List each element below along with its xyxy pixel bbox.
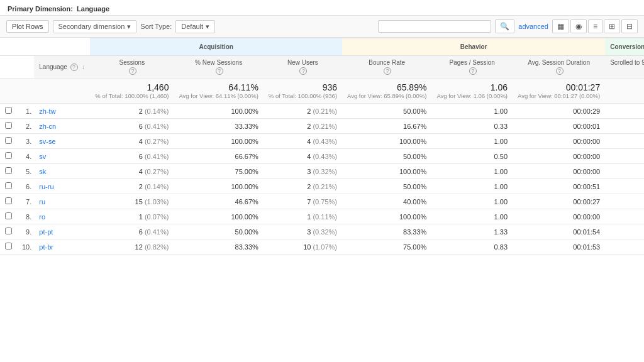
pct-new-sessions-col-header[interactable]: % New Sessions ? xyxy=(174,56,263,79)
row-sessions: 2 (0.14%) xyxy=(90,179,174,194)
chevron-down-icon-2: ▾ xyxy=(206,23,209,31)
search-button[interactable]: 🔍 xyxy=(495,19,514,33)
row-bounce-rate: 100.00% xyxy=(342,134,431,149)
row-bounce-rate: 50.00% xyxy=(342,149,431,164)
new-users-col-header[interactable]: New Users ? xyxy=(264,56,342,79)
row-sessions: 1 (0.07%) xyxy=(90,209,174,224)
row-pct-new-sessions: 83.33% xyxy=(174,239,263,255)
language-link[interactable]: sv-se xyxy=(39,138,55,145)
table-row: 6. ru-ru 2 (0.14%) 100.00% 2 (0.21%) 50.… xyxy=(0,179,644,194)
row-conv-rate: 0.00% xyxy=(605,164,644,179)
bar-view-button[interactable]: ≡ xyxy=(588,19,602,33)
row-language: ru xyxy=(34,194,90,209)
row-new-users: 10 (1.07%) xyxy=(264,239,342,255)
total-language xyxy=(34,79,90,104)
row-pages-per-session: 0.83 xyxy=(431,239,513,255)
language-col-header[interactable]: Language ? ↓ xyxy=(34,56,90,79)
language-link[interactable]: zh-cn xyxy=(39,123,56,130)
row-checkbox[interactable] xyxy=(0,209,17,224)
conv-rate-col-header[interactable]: Scrolled to 90% (Goal 1 Conversion Rate)… xyxy=(605,56,644,79)
row-checkbox[interactable] xyxy=(0,194,17,209)
row-bounce-rate: 50.00% xyxy=(342,179,431,194)
row-bounce-rate: 100.00% xyxy=(342,209,431,224)
row-language: sv xyxy=(34,149,90,164)
row-number: 5. xyxy=(17,164,34,179)
row-language: ro xyxy=(34,209,90,224)
totals-row: 1,460 % of Total: 100.00% (1,460) 64.11%… xyxy=(0,79,644,104)
language-link[interactable]: ru-ru xyxy=(39,183,53,190)
row-checkbox[interactable] xyxy=(0,224,17,239)
advanced-link[interactable]: advanced xyxy=(518,23,548,30)
row-conv-rate: 0.00% xyxy=(605,209,644,224)
language-link[interactable]: pt-pt xyxy=(39,228,53,236)
row-pages-per-session: 1.00 xyxy=(431,164,513,179)
table-row: 8. ro 1 (0.07%) 100.00% 1 (0.11%) 100.00… xyxy=(0,209,644,224)
sort-default-dropdown[interactable]: Default ▾ xyxy=(175,20,215,33)
acquisition-group-header: Acquisition xyxy=(90,38,342,56)
search-input[interactable] xyxy=(378,20,491,33)
row-new-users: 2 (0.21%) xyxy=(264,179,342,194)
row-new-users: 2 (0.21%) xyxy=(264,119,342,134)
row-checkbox[interactable] xyxy=(0,119,17,134)
row-pct-new-sessions: 100.00% xyxy=(174,134,263,149)
checkbox-header xyxy=(0,38,90,56)
row-sessions: 2 (0.14%) xyxy=(90,104,174,119)
pie-view-button[interactable]: ◉ xyxy=(570,19,587,33)
row-number: 1. xyxy=(17,104,34,119)
row-pct-new-sessions: 100.00% xyxy=(174,209,263,224)
row-checkbox[interactable] xyxy=(0,179,17,194)
row-avg-session-duration: 00:00:00 xyxy=(513,134,605,149)
total-new-users: 936 % of Total: 100.00% (936) xyxy=(264,79,342,104)
pivot-view-button[interactable]: ⊞ xyxy=(604,19,620,33)
language-link[interactable]: ru xyxy=(39,198,45,206)
avg-session-duration-col-header[interactable]: Avg. Session Duration ? xyxy=(513,56,605,79)
language-link[interactable]: sk xyxy=(39,168,46,175)
language-link[interactable]: sv xyxy=(39,153,46,160)
toolbar: Plot Rows Secondary dimension ▾ Sort Typ… xyxy=(0,16,644,38)
row-pages-per-session: 1.00 xyxy=(431,179,513,194)
help-icon-language: ? xyxy=(70,63,78,71)
row-avg-session-duration: 00:00:29 xyxy=(513,104,605,119)
row-number: 4. xyxy=(17,149,34,164)
sessions-col-header[interactable]: Sessions ? xyxy=(90,56,174,79)
row-checkbox[interactable] xyxy=(0,239,17,255)
help-icon-pps: ? xyxy=(469,67,477,75)
help-icon-sessions: ? xyxy=(129,67,136,75)
row-avg-session-duration: 00:01:54 xyxy=(513,224,605,239)
row-bounce-rate: 100.00% xyxy=(342,164,431,179)
total-sessions: 1,460 % of Total: 100.00% (1,460) xyxy=(90,79,174,104)
sort-type-label: Sort Type: xyxy=(140,23,172,30)
row-pages-per-session: 1.00 xyxy=(431,134,513,149)
help-icon-br: ? xyxy=(384,67,391,75)
language-link[interactable]: zh-tw xyxy=(39,107,55,115)
row-bounce-rate: 40.00% xyxy=(342,194,431,209)
secondary-dimension-dropdown[interactable]: Secondary dimension ▾ xyxy=(53,20,137,33)
row-checkbox[interactable] xyxy=(0,104,17,119)
table-container: Acquisition Behavior Conversions Goal 1:… xyxy=(0,38,644,255)
language-link[interactable]: pt-br xyxy=(39,243,53,251)
row-new-users: 3 (0.32%) xyxy=(264,164,342,179)
language-link[interactable]: ro xyxy=(39,213,45,221)
custom-view-button[interactable]: ⊟ xyxy=(621,19,638,33)
view-icons: ▦ ◉ ≡ ⊞ ⊟ xyxy=(552,19,638,33)
row-sessions: 12 (0.82%) xyxy=(90,239,174,255)
row-number: 6. xyxy=(17,179,34,194)
table-row: 10. pt-br 12 (0.82%) 83.33% 10 (1.07%) 7… xyxy=(0,239,644,255)
total-pages-per-session: 1.06 Avg for View: 1.06 (0.00%) xyxy=(431,79,513,104)
row-number: 9. xyxy=(17,224,34,239)
pages-per-session-col-header[interactable]: Pages / Session ? xyxy=(431,56,513,79)
row-checkbox[interactable] xyxy=(0,149,17,164)
chevron-down-icon: ▾ xyxy=(127,23,131,31)
grid-view-button[interactable]: ▦ xyxy=(552,19,569,33)
help-icon-pns: ? xyxy=(216,67,223,75)
table-row: 9. pt-pt 6 (0.41%) 50.00% 3 (0.32%) 83.3… xyxy=(0,224,644,239)
plot-rows-button[interactable]: Plot Rows xyxy=(6,20,49,33)
row-conv-rate: 0.00% xyxy=(605,224,644,239)
row-checkbox[interactable] xyxy=(0,164,17,179)
row-conv-rate: 6.67% xyxy=(605,194,644,209)
row-number: 8. xyxy=(17,209,34,224)
table-row: 3. sv-se 4 (0.27%) 100.00% 4 (0.43%) 100… xyxy=(0,134,644,149)
row-checkbox[interactable] xyxy=(0,134,17,149)
row-language: zh-cn xyxy=(34,119,90,134)
bounce-rate-col-header[interactable]: Bounce Rate ? xyxy=(342,56,431,79)
